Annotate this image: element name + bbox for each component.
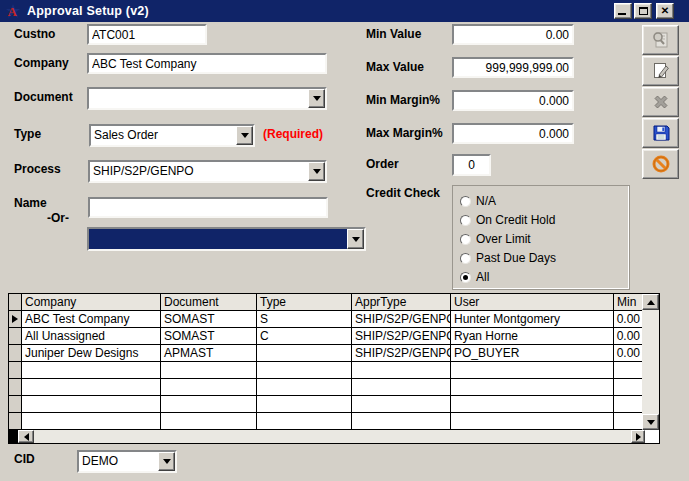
- type-combo-value: Sales Order: [94, 127, 233, 144]
- table-row-empty[interactable]: [9, 396, 642, 413]
- cid-combo[interactable]: DEMO: [77, 450, 177, 473]
- scroll-right-button[interactable]: [631, 430, 645, 443]
- cid-combo-dropdown-button[interactable]: [158, 452, 175, 471]
- scroll-down-button[interactable]: [642, 414, 659, 430]
- cancel-button[interactable]: [642, 149, 679, 179]
- min-margin-input[interactable]: [454, 92, 572, 109]
- min-value-input[interactable]: [454, 26, 572, 43]
- cell-type[interactable]: S: [257, 311, 352, 328]
- cell-apprtype[interactable]: SHIP/S2P/GENPO: [352, 311, 451, 328]
- title-bar[interactable]: A Approval Setup (v2) ✕: [0, 0, 689, 22]
- lookup-button[interactable]: [642, 25, 679, 55]
- type-combo-dropdown-button[interactable]: [236, 126, 253, 145]
- max-margin-input[interactable]: [454, 125, 572, 142]
- min-value-label: Min Value: [366, 27, 421, 41]
- grid-vertical-scrollbar[interactable]: [642, 294, 659, 430]
- cell-user[interactable]: Hunter Montgomery: [451, 311, 614, 328]
- scroll-left-button[interactable]: [18, 430, 34, 443]
- name-input[interactable]: [90, 199, 326, 216]
- name-or-combo-highlighted[interactable]: [87, 227, 366, 251]
- cid-label: CID: [14, 452, 35, 466]
- row-selector[interactable]: [9, 345, 22, 362]
- delete-button[interactable]: [642, 87, 679, 117]
- col-header-company[interactable]: Company: [22, 294, 161, 311]
- table-row[interactable]: All Unassigned SOMAST C SHIP/S2P/GENPO R…: [9, 328, 642, 345]
- table-row-empty[interactable]: [9, 379, 642, 396]
- name-label: Name: [14, 196, 47, 210]
- edit-button[interactable]: [642, 56, 679, 86]
- radio-all[interactable]: All: [460, 270, 489, 284]
- cancel-prohibition-icon: [651, 154, 671, 174]
- chevron-down-icon: [352, 237, 360, 246]
- radio-on-credit-hold[interactable]: On Credit Hold: [460, 213, 555, 227]
- cell-apprtype[interactable]: SHIP/S2P/GENPO: [352, 328, 451, 345]
- document-combo-dropdown-button[interactable]: [308, 89, 325, 108]
- cell-user[interactable]: PO_BUYER: [451, 345, 614, 362]
- col-header-document[interactable]: Document: [161, 294, 257, 311]
- name-field-frame: [88, 197, 328, 218]
- cell-company[interactable]: ABC Test Company: [22, 311, 161, 328]
- order-input[interactable]: [454, 156, 489, 174]
- process-combo[interactable]: SHIP/S2P/GENPO: [88, 160, 327, 183]
- cell-user[interactable]: Ryan Horne: [451, 328, 614, 345]
- close-button[interactable]: ✕: [656, 3, 674, 19]
- cell-min[interactable]: 0.00: [614, 328, 642, 345]
- svg-text:A: A: [8, 4, 18, 19]
- cell-company[interactable]: Juniper Dew Designs: [22, 345, 161, 362]
- custno-input[interactable]: [89, 26, 205, 43]
- max-value-field-frame: [452, 57, 574, 78]
- approvals-grid: Company Document Type ApprType User Min …: [8, 293, 660, 444]
- save-floppy-icon: [651, 123, 671, 143]
- radio-icon: [460, 272, 471, 283]
- col-header-apprtype[interactable]: ApprType: [352, 294, 451, 311]
- order-label: Order: [366, 157, 399, 171]
- minimize-button[interactable]: [614, 3, 632, 19]
- col-header-user[interactable]: User: [451, 294, 614, 311]
- radio-over-limit[interactable]: Over Limit: [460, 232, 531, 246]
- cell-document[interactable]: SOMAST: [161, 328, 257, 345]
- radio-past-due-days[interactable]: Past Due Days: [460, 251, 556, 265]
- minimize-icon: [618, 13, 626, 15]
- save-button[interactable]: [642, 118, 679, 148]
- type-combo[interactable]: Sales Order: [89, 124, 255, 147]
- row-selector[interactable]: [9, 328, 22, 345]
- table-row-empty[interactable]: [9, 413, 642, 430]
- cell-type[interactable]: C: [257, 328, 352, 345]
- name-or-label: -Or-: [47, 211, 69, 225]
- document-combo-value: [92, 90, 305, 107]
- max-value-input[interactable]: [454, 59, 572, 76]
- cell-company[interactable]: All Unassigned: [22, 328, 161, 345]
- cell-min[interactable]: 0.00: [614, 311, 642, 328]
- credit-check-groupbox: N/A On Credit Hold Over Limit Past Due D…: [452, 185, 630, 290]
- cell-apprtype[interactable]: SHIP/S2P/GENPO: [352, 345, 451, 362]
- chevron-down-icon: [241, 133, 249, 142]
- col-header-type[interactable]: Type: [257, 294, 352, 311]
- arrow-up-icon: [647, 296, 655, 305]
- process-combo-dropdown-button[interactable]: [308, 162, 325, 181]
- cell-document[interactable]: SOMAST: [161, 311, 257, 328]
- chevron-down-icon: [313, 169, 321, 178]
- chevron-down-icon: [313, 96, 321, 105]
- row-selector[interactable]: [9, 311, 22, 328]
- close-icon: ✕: [661, 6, 669, 16]
- radio-na[interactable]: N/A: [460, 194, 496, 208]
- edit-document-icon: [651, 61, 671, 81]
- cell-min[interactable]: 0.00: [614, 345, 642, 362]
- name-or-combo-dropdown-button[interactable]: [347, 229, 364, 249]
- company-input[interactable]: [89, 55, 325, 72]
- cell-type[interactable]: [257, 345, 352, 362]
- col-header-min[interactable]: Min: [614, 294, 642, 311]
- app-logo-icon: A: [5, 3, 21, 19]
- radio-icon: [460, 253, 471, 264]
- grid-horizontal-scrollbar[interactable]: [9, 430, 659, 443]
- max-margin-label: Max Margin%: [366, 126, 443, 140]
- table-row-empty[interactable]: [9, 362, 642, 379]
- scroll-up-button[interactable]: [642, 294, 659, 310]
- table-row[interactable]: Juniper Dew Designs APMAST SHIP/S2P/GENP…: [9, 345, 642, 362]
- scrollbar-corner: [645, 430, 659, 443]
- table-row[interactable]: ABC Test Company SOMAST S SHIP/S2P/GENPO…: [9, 311, 642, 328]
- document-combo[interactable]: [87, 87, 327, 110]
- cell-document[interactable]: APMAST: [161, 345, 257, 362]
- document-label: Document: [14, 90, 73, 104]
- maximize-button[interactable]: [634, 3, 652, 19]
